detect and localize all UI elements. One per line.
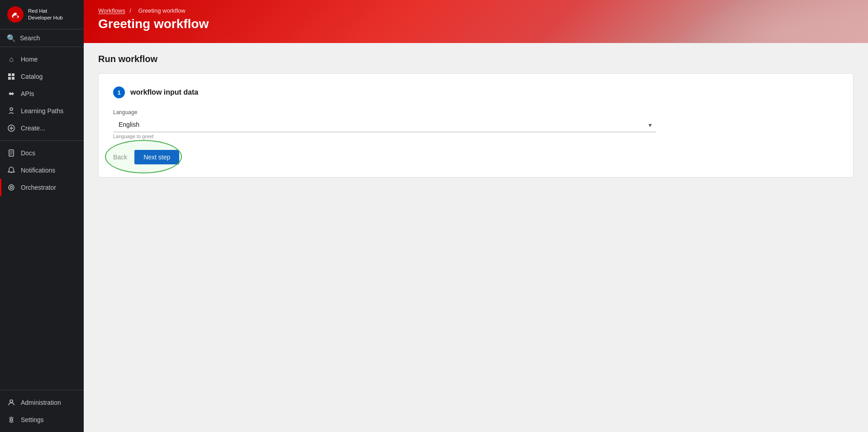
page-title: Greeting workflow: [98, 17, 854, 31]
docs-icon: [7, 149, 15, 157]
sidebar-item-administration[interactable]: Administration: [0, 394, 84, 411]
svg-rect-2: [12, 73, 14, 76]
language-form-group: Language English Spanish French German ▾…: [113, 109, 656, 139]
svg-rect-4: [12, 77, 14, 80]
content-area: Run workflow 1 workflow input data Langu…: [84, 43, 868, 432]
search-label: Search: [20, 34, 40, 42]
form-actions: Back Next step: [113, 150, 839, 164]
catalog-icon: [7, 72, 15, 81]
sidebar-item-label: Create...: [21, 125, 45, 132]
sidebar: Red Hat Developer Hub 🔍 Search ⌂ Home Ca…: [0, 0, 84, 432]
sidebar-item-label: Orchestrator: [21, 184, 56, 191]
svg-point-5: [10, 108, 13, 110]
language-hint: Language to greet: [113, 134, 656, 139]
administration-icon: [7, 398, 15, 407]
search-item[interactable]: 🔍 Search: [0, 29, 84, 47]
search-icon: 🔍: [7, 34, 15, 42]
language-label: Language: [113, 109, 656, 115]
breadcrumb-separator: /: [129, 7, 131, 14]
svg-point-16: [10, 419, 13, 421]
svg-rect-3: [8, 77, 11, 80]
sidebar-item-label: Learning Paths: [21, 107, 63, 115]
page-header: Workflows / Greeting workflow Greeting w…: [84, 0, 868, 43]
breadcrumb: Workflows / Greeting workflow: [98, 7, 854, 14]
create-icon: [7, 124, 15, 132]
sidebar-nav: ⌂ Home Catalog APIs: [0, 47, 84, 390]
workflow-card: 1 workflow input data Language English S…: [98, 73, 854, 178]
run-workflow-title: Run workflow: [98, 54, 854, 64]
back-button[interactable]: Back: [113, 151, 127, 163]
sidebar-item-docs[interactable]: Docs: [0, 144, 84, 162]
sidebar-item-label: Catalog: [21, 73, 43, 80]
orchestrator-icon: [7, 183, 15, 192]
sidebar-item-home[interactable]: ⌂ Home: [0, 51, 84, 68]
settings-icon: [7, 416, 15, 424]
step-title: workflow input data: [130, 88, 198, 96]
sidebar-item-notifications[interactable]: Notifications: [0, 162, 84, 179]
sidebar-item-label: Docs: [21, 149, 35, 157]
notifications-icon: [7, 166, 15, 174]
main-content: Workflows / Greeting workflow Greeting w…: [84, 0, 868, 432]
sidebar-item-label: Administration: [21, 399, 61, 406]
sidebar-item-create[interactable]: Create...: [0, 120, 84, 137]
svg-point-14: [10, 187, 13, 189]
svg-point-13: [9, 185, 14, 190]
next-step-button[interactable]: Next step: [134, 150, 179, 164]
redhat-logo-icon: [7, 6, 24, 23]
sidebar-item-label: Notifications: [21, 167, 55, 174]
logo: Red Hat Developer Hub: [0, 0, 84, 29]
step-badge: 1: [113, 86, 125, 98]
step-header: 1 workflow input data: [113, 86, 839, 98]
sidebar-item-label: APIs: [21, 90, 34, 97]
breadcrumb-current: Greeting workflow: [138, 7, 186, 14]
sidebar-item-learning-paths[interactable]: Learning Paths: [0, 102, 84, 120]
sidebar-item-label: Home: [21, 56, 38, 63]
svg-rect-1: [8, 73, 11, 76]
sidebar-item-settings[interactable]: Settings: [0, 411, 84, 428]
sidebar-item-apis[interactable]: APIs: [0, 85, 84, 102]
language-select[interactable]: English Spanish French German: [113, 117, 656, 132]
apis-icon: [7, 90, 15, 98]
logo-text: Red Hat Developer Hub: [28, 8, 63, 21]
sidebar-item-orchestrator[interactable]: Orchestrator: [0, 179, 84, 196]
sidebar-bottom: Administration Settings: [0, 390, 84, 432]
home-icon: ⌂: [7, 55, 15, 63]
svg-point-15: [10, 400, 13, 403]
learning-paths-icon: [7, 107, 15, 115]
breadcrumb-link[interactable]: Workflows: [98, 7, 125, 14]
sidebar-item-catalog[interactable]: Catalog: [0, 68, 84, 85]
language-select-wrapper: English Spanish French German ▾: [113, 117, 656, 132]
sidebar-item-label: Settings: [21, 416, 44, 423]
